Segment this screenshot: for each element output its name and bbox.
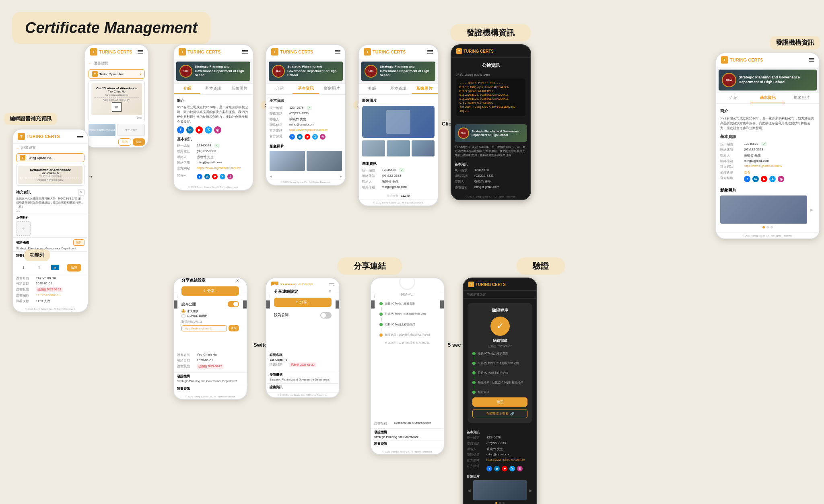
attachments-section: 上傳附件 + xyxy=(13,214,88,237)
share-modal-e: 分享連結設定 ✕ ⇪ 分享... 設為公開 永久開放 xyxy=(174,300,247,309)
tab-intro-b[interactable]: 介紹 xyxy=(266,84,293,94)
phone-d: T TURING CERTS 公鑰資訊 格式: pkcs8-public-pem… xyxy=(451,44,531,200)
verify-header: 驗證 xyxy=(517,257,565,275)
view-online-btn[interactable]: 在瀏覽器上查看 🔗 xyxy=(472,409,527,418)
twitter-icon[interactable]: 𝕏 xyxy=(205,126,212,134)
intro-content-a: 簡介 XYZ有限公司成立於2010年，是一家創新的科技公司，致力於提供高品質的解… xyxy=(174,95,253,137)
close-modal-f-btn[interactable]: ✕ xyxy=(328,289,332,294)
tab-photos-b[interactable]: 影象照片 xyxy=(319,84,345,94)
tab-photos-c[interactable]: 影象照片 xyxy=(412,84,438,94)
share-url-input[interactable] xyxy=(181,325,227,331)
save-btn[interactable]: 儲存 xyxy=(133,138,145,146)
phone-a: TTURING CERTS SEAL Strategic Planning an… xyxy=(173,44,253,191)
tab-basic[interactable]: 基本資訊 xyxy=(200,84,226,94)
spinner xyxy=(399,278,415,290)
tab-intro[interactable]: 介紹 xyxy=(174,84,200,94)
public-key-value: -----BEGIN PUBLIC KEY----- MIIBIjANBgkqh… xyxy=(456,78,525,116)
add-attachment-btn[interactable]: + xyxy=(16,221,31,236)
hamburger-a[interactable] xyxy=(242,50,248,54)
share-public-toggle-off[interactable] xyxy=(320,312,332,319)
social-icons-a: f in ▶ 𝕏 ◎ xyxy=(177,126,249,134)
edit-icon[interactable]: ✎ xyxy=(78,189,84,195)
verify-dialog-loading: 驗證程序 驗證中... 連接 IOTA 公共連接節點 xyxy=(375,278,440,350)
youtube-icon[interactable]: ▶ xyxy=(196,126,203,134)
left-phone-main: T TURING CERTS ← 證書總覽 T Turing Space Inc… xyxy=(12,129,89,313)
right-issuer-header: 發證機構資訊 xyxy=(770,36,820,49)
issuer-info-header-top: 發證機構資訊 xyxy=(450,24,531,41)
phone-c: TTURING CERTS SEAL Strategic Planning an… xyxy=(358,44,439,206)
issuers-section: 發證機構 編輯 Strategic Planning and Governanc… xyxy=(13,237,88,251)
org-selector-2[interactable]: T Turing Space Inc. xyxy=(16,153,84,162)
back-nav[interactable]: ← 證書總覽 xyxy=(85,59,148,68)
tabs-c: 介紹 基本資訊 影象照片 xyxy=(359,84,438,95)
edit-cert-annotation: 編輯證書補充資訊 xyxy=(4,113,57,125)
verify-steps-loading: 連接 IOTA 公共連接節點 取得憑證中的 RSA 數位印章公鑰 取得 IOTA… xyxy=(379,300,435,339)
check-circle-icon: ✓ xyxy=(490,317,510,336)
function-bar-annotation: 功能列 xyxy=(24,249,50,261)
hamburger-b[interactable] xyxy=(335,50,340,54)
photos-content-c: 影象照片 xyxy=(359,95,438,160)
hamburger-icon[interactable] xyxy=(138,50,143,54)
verify-section-header: 驗證 xyxy=(370,257,711,275)
main-title: Certificate Management xyxy=(25,19,198,37)
top-section-header: 發證機構資訊 xyxy=(414,24,566,41)
basic-info-preview-a: 基本資訊 統一編號 12345678 ✓ 聯絡電話 (02)222-3333 聯… xyxy=(174,137,253,184)
share-link-btn[interactable]: ⇪ 分享... xyxy=(181,286,239,296)
tabs-b: 介紹 基本資訊 影象照片 xyxy=(266,84,345,95)
cert-details-bottom: 證書名稱 Yao-Chieh Hu 發證日期 2020-01-01 證書狀態 已… xyxy=(13,274,88,306)
right-phone-full: TTURING CERTS SEAL Strategic Planning an… xyxy=(715,52,820,239)
basic-info-dark: 基本資訊 統一編號 12345678 聯絡電話 (02)222-3333 聯絡人… xyxy=(451,159,530,194)
instagram-icon[interactable]: ◎ xyxy=(214,126,221,134)
org-selector[interactable]: T Turing Space Inc. ▾ xyxy=(89,69,145,79)
share-modal-f: 分享連結設定 ✕ ⇪ 分享... 設為公開 xyxy=(266,300,339,309)
toolbar-bottom: ⬇ ⇪ in 驗證 xyxy=(13,261,88,274)
left-phone-small: T TURING CERTS ← 證書總覽 T Turing Space Inc… xyxy=(84,44,149,148)
share-public-toggle-on[interactable] xyxy=(228,301,239,307)
cert-card-edit: Certification of Attendance Yao-Chieh Hu… xyxy=(16,164,84,186)
hamburger-c[interactable] xyxy=(427,50,433,54)
copy-btn[interactable]: 複製 xyxy=(229,325,239,331)
action-buttons: 取消 儲存 xyxy=(85,137,148,147)
phone-h-verify-done: T TURING CERTS 證書總覽設定 驗證程序 ✓ 驗證完成 已驗證 20… xyxy=(463,278,537,504)
verify-btn-toolbar[interactable]: 驗證 xyxy=(67,264,81,272)
tabs-r: 介紹 基本資訊 影象照片 xyxy=(716,93,819,104)
phone-e-share-on: TTURING CERTS 證書總覽設定 分享連結設定 ✕ ⇪ 分享... 設為… xyxy=(173,278,247,400)
tab-basic-c[interactable]: 基本資訊 xyxy=(385,84,411,94)
tabs-a: 介紹 基本資訊 影象照片 xyxy=(174,84,253,95)
tab-basic-b[interactable]: 基本資訊 xyxy=(293,84,319,94)
timed-radio[interactable] xyxy=(181,314,185,318)
phone-f-share-off: TTURING CERTS 證書總覽設定 分享連結設定 ✕ ⇪ 分享... 設為… xyxy=(266,278,340,398)
close-modal-btn[interactable]: ✕ xyxy=(236,278,239,283)
phone-g-verify-loading: TTURING CERTS 證書總覽設定 驗證程序 驗證中... xyxy=(370,278,445,455)
tab-photos[interactable]: 影象照片 xyxy=(227,84,253,94)
edit-issuer-badge[interactable]: 編輯 xyxy=(73,239,84,246)
cert-list-e: 證書名稱 Yao-Chieh Hu 發證日期 2020-01-01 證書狀態 已… xyxy=(174,353,247,372)
supplement-section: 補充資訊 ✎ 這個候本人於國立臺灣科技大學 - 於2023年11月01日 成功參… xyxy=(13,187,88,214)
cert-thumbnails: 全國碩士班成績全部.pdf 文件上傳中 xyxy=(89,124,145,136)
logo-small: T TURING CERTS xyxy=(90,48,132,56)
basic-info-c: 基本資訊 統一編號 12345678 ✓ 聯絡電話 (02)222-3333 聯… xyxy=(359,160,438,192)
phone-b: TTURING CERTS SEAL Strategic Planning an… xyxy=(266,44,346,186)
photos-section-b: 影象照片 xyxy=(266,144,345,174)
main-title-box: Certificate Management xyxy=(12,12,210,44)
download-icon[interactable]: ⬇ xyxy=(19,263,27,272)
hamburger-icon-2[interactable] xyxy=(77,135,83,138)
ok-btn[interactable]: 確定 xyxy=(472,397,527,407)
linkedin-icon[interactable]: in xyxy=(51,265,59,270)
verify-done-modal: 驗證程序 ✓ 驗證完成 已驗證 2023-06-22 連接 IOTA 公共連接節… xyxy=(464,299,536,427)
cert-header-a: SEAL Strategic Planning and Governance D… xyxy=(174,59,253,84)
tab-intro-c[interactable]: 介紹 xyxy=(359,84,385,94)
public-key-panel: 公鑰資訊 格式: pkcs8-public-pem -----BEGIN PUB… xyxy=(451,58,530,121)
share-icon[interactable]: ⇪ xyxy=(35,263,43,272)
share-link-btn-f[interactable]: ⇪ 分享... xyxy=(274,298,332,307)
linkedin-icon[interactable]: in xyxy=(186,126,194,134)
share-dialog-on: 分享連結設定 ✕ ⇪ 分享... 設為公開 永久開放 xyxy=(177,278,243,335)
share-dialog-off: 分享連結設定 ✕ ⇪ 分享... 設為公開 xyxy=(270,285,336,325)
cancel-btn[interactable]: 取消 xyxy=(118,138,131,146)
hamburger-r[interactable] xyxy=(809,58,814,62)
facebook-icon[interactable]: f xyxy=(177,126,184,134)
cert-preview-card: Certification of Attendance Yao-Chieh Hu… xyxy=(89,80,145,122)
